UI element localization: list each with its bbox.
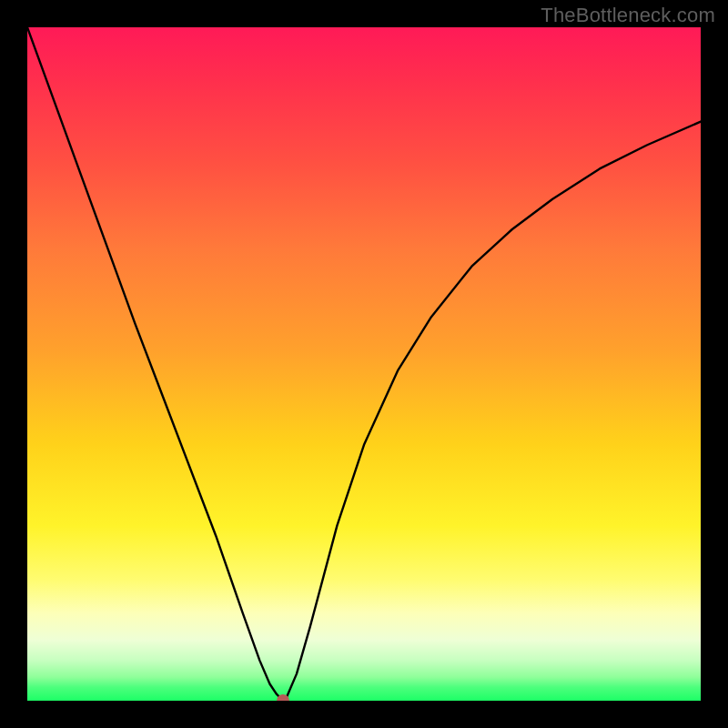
curve-layer (27, 27, 701, 701)
bottleneck-curve (27, 27, 701, 701)
optimum-marker (277, 694, 289, 701)
chart-frame: TheBottleneck.com (0, 0, 728, 728)
watermark-text: TheBottleneck.com (541, 4, 715, 27)
plot-area (27, 27, 701, 701)
